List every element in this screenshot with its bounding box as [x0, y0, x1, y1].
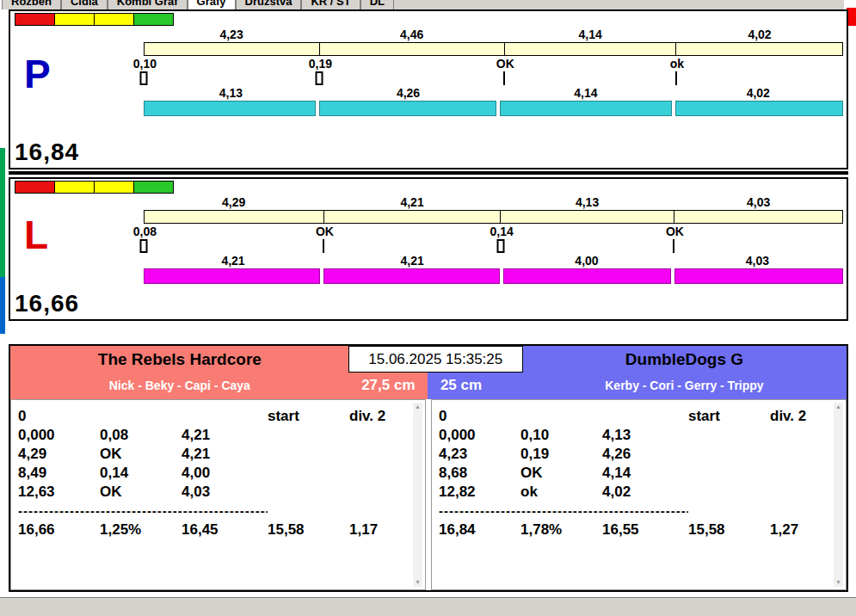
run-time-label: 4,21: [323, 255, 502, 268]
start-mark: OK: [323, 225, 500, 255]
table-total-cell: 16,66: [18, 521, 100, 539]
scroll-down-icon[interactable]: ▼: [415, 578, 421, 587]
table-cell: [349, 464, 408, 483]
table-cell: 12,82: [439, 483, 520, 502]
table-cell: [268, 445, 349, 464]
table-cell: [268, 483, 349, 502]
start-mark-tick: [140, 71, 148, 85]
lane-total-time: 16,66: [15, 290, 79, 317]
table-total-cell: 1,17: [349, 521, 408, 539]
right-table-scrollbar[interactable]: ▲ ▼: [834, 403, 843, 587]
table-cell: OK: [520, 464, 602, 483]
table-cell: 0,000: [439, 426, 520, 445]
table-cell: 0: [439, 407, 520, 426]
split-bar-segment: [674, 211, 842, 223]
status-square: [54, 13, 95, 26]
table-cell: [688, 464, 770, 483]
lane-graph: 4,29 4,21 4,13 4,03 0,08 OK 0,14: [144, 196, 843, 284]
start-marks-row: 0,10 0,19 OK ok: [144, 57, 843, 87]
table-cell: 0,000: [18, 426, 100, 445]
run-times-row: 4,13 4,26 4,14 4,02: [144, 87, 843, 100]
start-mark-tick: [316, 71, 323, 85]
split-time-label: 4,46: [319, 28, 504, 41]
split-time-label: 4,02: [676, 28, 843, 41]
table-cell: 4,29: [18, 445, 100, 464]
scroll-down-icon[interactable]: ▼: [835, 578, 841, 587]
tab-rozbeh[interactable]: Rozběh: [2, 0, 61, 9]
table-cell: 4,00: [182, 464, 268, 483]
table-cell: [182, 407, 268, 426]
table-cell: 4,02: [602, 483, 688, 502]
table-cell: 8,49: [18, 464, 100, 483]
split-bar-segment: [319, 43, 504, 55]
table-cell: 0,10: [520, 426, 602, 445]
start-mark-label: 0,10: [133, 57, 157, 71]
results-panel: The Rebels Hardcore DumbleDogs G 15.06.2…: [9, 344, 848, 592]
tab-kr-st[interactable]: KR / ST: [301, 0, 360, 9]
table-cell: 4,21: [182, 426, 268, 445]
table-cell: [688, 483, 770, 502]
status-square: [133, 181, 174, 194]
tab-druzstva[interactable]: Družstva: [236, 0, 302, 9]
table-cell: [770, 464, 828, 483]
start-mark-tick: [503, 71, 505, 85]
run-bar-segment: [144, 268, 320, 284]
start-mark-label: 0,08: [133, 225, 157, 238]
table-cell: 4,13: [602, 426, 688, 445]
split-times-row: 4,29 4,21 4,13 4,03: [144, 196, 843, 209]
tab-kombi-graf[interactable]: Kombi Graf: [108, 0, 188, 9]
table-cell: [688, 445, 770, 464]
table-cell: [770, 445, 828, 464]
run-bar: [144, 268, 843, 284]
status-square: [94, 13, 134, 26]
table-total-cell: 16,55: [602, 521, 688, 539]
scroll-up-icon[interactable]: ▲: [835, 403, 841, 411]
table-cell: 0: [18, 407, 100, 426]
table-separator: ----------------------------------------…: [18, 502, 268, 520]
status-squares: [15, 181, 173, 194]
lane-panel-p: P 16,84 4,23 4,46 4,14 4,02 0,10 0,19 OK: [9, 9, 848, 169]
table-cell: 4,23: [439, 445, 520, 464]
table-total-cell: 15,58: [268, 521, 349, 539]
run-bar-segment: [144, 101, 316, 116]
run-bar-segment: [674, 268, 843, 284]
tab-cidla[interactable]: Čidla: [61, 0, 108, 9]
tab-grafy[interactable]: Grafy: [188, 0, 236, 9]
split-time-label: 4,03: [674, 196, 843, 209]
split-bar-segment: [145, 43, 319, 55]
left-team-dogs: Nick - Beky - Capi - Caya: [10, 373, 349, 399]
start-mark-tick: [323, 239, 324, 253]
table-cell: [349, 483, 408, 502]
tab-dl[interactable]: DL: [360, 0, 394, 9]
run-bar-segment: [503, 268, 671, 284]
right-jump-height: 25 cm: [432, 373, 533, 399]
split-bar-segment: [504, 43, 676, 55]
table-cell: 4,14: [602, 464, 688, 483]
split-time-label: 4,21: [323, 196, 500, 209]
table-cell: [268, 426, 349, 445]
run-bar-segment: [323, 268, 500, 284]
scroll-up-icon[interactable]: ▲: [415, 403, 421, 411]
left-edge-green-strip: [0, 148, 5, 277]
table-cell: 0,08: [100, 426, 182, 445]
table-cell: [770, 502, 828, 521]
split-time-label: 4,23: [144, 28, 319, 41]
start-mark: ok: [676, 57, 843, 87]
left-table-scrollbar[interactable]: ▲ ▼: [413, 403, 422, 587]
start-mark-label: OK: [316, 225, 334, 238]
split-times-row: 4,23 4,46 4,14 4,02: [144, 28, 843, 41]
run-bar-segment: [319, 101, 496, 116]
table-cell: [268, 502, 349, 521]
table-grid: 0 start div. 2 0,000 0,10 4,13 4,23 0,19…: [439, 407, 828, 539]
start-mark-tick: [140, 239, 148, 253]
start-mark: OK: [674, 225, 843, 255]
table-total-cell: 16,45: [182, 521, 268, 539]
run-time-label: 4,00: [502, 255, 672, 268]
split-bar-segment: [675, 43, 842, 55]
start-mark: 0,14: [501, 225, 674, 255]
start-mark-label: 0,19: [309, 57, 332, 71]
split-time-label: 4,14: [504, 28, 676, 41]
table-cell: 4,26: [602, 445, 688, 464]
table-cell: [770, 483, 828, 502]
lane-panel-l: L 16,66 4,29 4,21 4,13 4,03 0,08 OK 0,14: [9, 177, 848, 321]
